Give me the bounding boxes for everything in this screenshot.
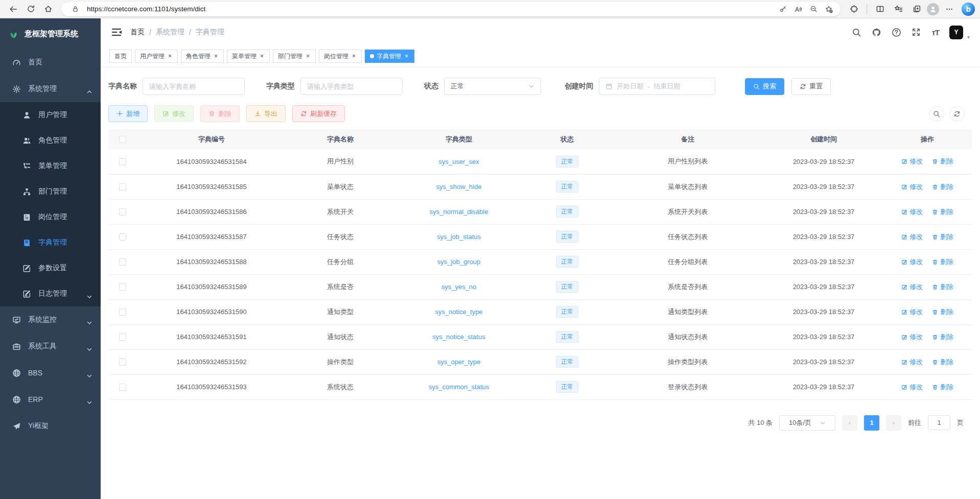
row-edit-link[interactable]: 修改	[901, 232, 923, 242]
row-delete-link[interactable]: 删除	[932, 282, 953, 292]
address-bar[interactable]: https://ccnetcore.com:1101/system/dict	[61, 2, 841, 16]
delete-button[interactable]: 删除	[200, 105, 240, 122]
row-edit-link[interactable]: 修改	[901, 182, 923, 192]
show-search-toggle-button[interactable]	[929, 106, 944, 122]
row-delete-link[interactable]: 删除	[932, 182, 953, 192]
help-icon[interactable]	[892, 28, 901, 37]
status-select[interactable]: 正常	[444, 78, 541, 95]
edit-button[interactable]: 修改	[154, 105, 194, 122]
profile-avatar[interactable]	[927, 3, 939, 15]
row-checkbox[interactable]	[119, 233, 126, 241]
row-edit-link[interactable]: 修改	[901, 157, 923, 166]
close-icon[interactable]: ×	[305, 53, 311, 60]
row-checkbox[interactable]	[119, 308, 126, 316]
font-size-icon[interactable]: тT	[931, 28, 939, 37]
tab-menu[interactable]: 菜单管理×	[227, 50, 270, 63]
row-edit-link[interactable]: 修改	[901, 257, 923, 267]
caret-down-icon[interactable]: ▾	[967, 34, 970, 40]
goto-page-input[interactable]	[928, 415, 950, 430]
row-edit-link[interactable]: 修改	[901, 383, 923, 392]
dict-type-link[interactable]: sys_oper_type	[437, 358, 481, 366]
row-delete-link[interactable]: 删除	[932, 207, 953, 217]
dict-type-link[interactable]: sys_job_group	[437, 258, 481, 266]
dict-type-link[interactable]: sys_normal_disable	[430, 208, 488, 216]
favorite-add-icon[interactable]	[821, 3, 836, 15]
collections-icon[interactable]	[908, 2, 925, 17]
row-delete-link[interactable]: 删除	[932, 232, 953, 242]
sidebar-item-bbs[interactable]: BBS	[0, 360, 101, 386]
close-icon[interactable]: ×	[259, 53, 265, 60]
row-edit-link[interactable]: 修改	[901, 307, 923, 317]
dict-type-link[interactable]: sys_notice_type	[435, 308, 482, 316]
sidebar-item-dict[interactable]: 字典管理	[0, 230, 101, 255]
row-delete-link[interactable]: 删除	[932, 307, 953, 317]
tab-role[interactable]: 角色管理×	[181, 50, 224, 63]
close-icon[interactable]: ×	[213, 53, 219, 60]
row-edit-link[interactable]: 修改	[901, 332, 923, 342]
row-checkbox[interactable]	[119, 158, 126, 165]
dict-type-link[interactable]: sys_notice_status	[432, 333, 485, 341]
row-delete-link[interactable]: 删除	[932, 257, 953, 267]
zoom-out-icon[interactable]	[806, 3, 821, 15]
export-button[interactable]: 导出	[246, 105, 286, 122]
dict-type-link[interactable]: sys_user_sex	[438, 158, 479, 165]
tab-post[interactable]: 岗位管理×	[319, 50, 362, 63]
refresh-table-button[interactable]	[949, 106, 965, 122]
favorites-icon[interactable]	[890, 2, 906, 17]
refresh-icon[interactable]	[22, 2, 39, 17]
row-checkbox[interactable]	[119, 283, 126, 291]
dict-type-link[interactable]: sys_common_status	[429, 383, 489, 391]
row-edit-link[interactable]: 修改	[901, 282, 923, 292]
refresh-cache-button[interactable]: 刷新缓存	[292, 105, 345, 122]
row-delete-link[interactable]: 删除	[932, 358, 953, 367]
close-icon[interactable]: ×	[351, 53, 357, 60]
add-button[interactable]: 新增	[108, 105, 148, 122]
url-text[interactable]: https://ccnetcore.com:1101/system/dict	[87, 5, 775, 13]
row-checkbox[interactable]	[119, 183, 126, 191]
tab-home[interactable]: 首页	[109, 50, 132, 63]
row-edit-link[interactable]: 修改	[901, 207, 923, 217]
sidebar-item-home[interactable]: 首页	[0, 49, 101, 76]
extensions-icon[interactable]	[846, 2, 862, 17]
home-icon[interactable]	[40, 2, 56, 17]
key-icon[interactable]	[775, 3, 790, 15]
row-checkbox[interactable]	[119, 359, 126, 366]
sidebar-item-role[interactable]: 角色管理	[0, 128, 101, 153]
row-delete-link[interactable]: 删除	[932, 332, 953, 342]
select-all-checkbox[interactable]	[119, 136, 126, 143]
dict-type-input[interactable]	[307, 83, 396, 90]
sidebar-item-post[interactable]: 岗位管理	[0, 204, 101, 230]
sidebar-item-monitor[interactable]: 系统监控	[0, 306, 101, 333]
prev-page-button[interactable]: ‹	[842, 415, 857, 431]
row-checkbox[interactable]	[119, 258, 126, 266]
tab-dept[interactable]: 部门管理×	[273, 50, 316, 63]
copilot-icon[interactable]: b	[962, 3, 975, 16]
next-page-button[interactable]: ›	[886, 415, 901, 431]
date-range-picker[interactable]: 开始日期 - 结束日期	[599, 78, 715, 95]
close-icon[interactable]: ×	[167, 53, 173, 60]
row-delete-link[interactable]: 删除	[932, 383, 953, 392]
sidebar-item-log[interactable]: 日志管理	[0, 281, 101, 306]
breadcrumb-home[interactable]: 首页	[130, 28, 145, 37]
more-icon[interactable]	[941, 2, 958, 17]
reset-button[interactable]: 重置	[791, 78, 831, 95]
sidebar-item-param[interactable]: 参数设置	[0, 255, 101, 281]
avatar-logo[interactable]: Y	[949, 26, 963, 39]
dict-name-input[interactable]	[149, 83, 238, 90]
sidebar-item-user[interactable]: 用户管理	[0, 102, 101, 128]
search-icon[interactable]	[852, 28, 861, 37]
github-icon[interactable]	[872, 28, 881, 37]
current-page-button[interactable]: 1	[864, 415, 879, 431]
fullscreen-icon[interactable]	[912, 28, 921, 37]
sidebar-item-system[interactable]: 系统管理	[0, 76, 101, 102]
row-delete-link[interactable]: 删除	[932, 157, 953, 166]
sidebar-fold-icon[interactable]	[111, 27, 122, 38]
read-aloud-icon[interactable]	[790, 3, 806, 15]
row-checkbox[interactable]	[119, 334, 126, 341]
split-screen-icon[interactable]	[872, 2, 888, 17]
sidebar-item-tools[interactable]: 系统工具	[0, 333, 101, 360]
dict-type-link[interactable]: sys_job_status	[437, 233, 481, 241]
dict-type-link[interactable]: sys_yes_no	[441, 283, 477, 291]
row-checkbox[interactable]	[119, 384, 126, 391]
search-button[interactable]: 搜索	[745, 78, 784, 95]
